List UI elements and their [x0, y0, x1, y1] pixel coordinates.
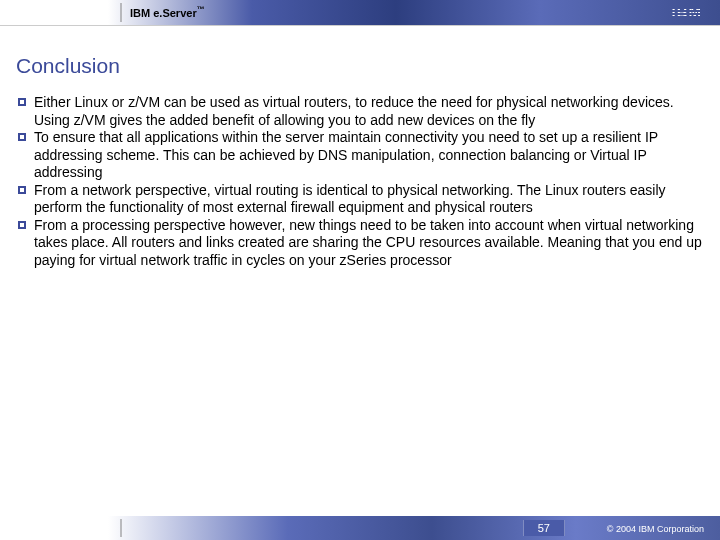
slide-footer: 57 © 2004 IBM Corporation: [0, 516, 720, 540]
bullet-text: To ensure that all applications within t…: [34, 129, 702, 182]
bullet-icon: [18, 98, 26, 106]
bullet-icon: [18, 221, 26, 229]
slide-title: Conclusion: [16, 54, 720, 78]
bullet-icon: [18, 133, 26, 141]
list-item: Either Linux or z/VM can be used as virt…: [18, 94, 702, 129]
brand-product: Server: [162, 7, 196, 19]
slide-content: Either Linux or z/VM can be used as virt…: [0, 94, 720, 269]
bullet-icon: [18, 186, 26, 194]
slide-header: IBM e.Server™ IBM: [0, 0, 720, 26]
header-divider: [120, 3, 122, 22]
bullet-text: From a network perspective, virtual rout…: [34, 182, 702, 217]
bullet-text: Either Linux or z/VM can be used as virt…: [34, 94, 702, 129]
list-item: From a network perspective, virtual rout…: [18, 182, 702, 217]
ibm-logo-icon: IBM: [672, 3, 703, 20]
page-number: 57: [523, 520, 565, 536]
trademark-symbol: ™: [197, 5, 205, 14]
list-item: To ensure that all applications within t…: [18, 129, 702, 182]
copyright-text: © 2004 IBM Corporation: [607, 524, 704, 534]
brand-label: IBM e.Server™: [130, 5, 205, 19]
bullet-text: From a processing perspective however, n…: [34, 217, 702, 270]
list-item: From a processing perspective however, n…: [18, 217, 702, 270]
footer-divider: [120, 519, 122, 537]
brand-prefix: IBM e.: [130, 7, 162, 19]
